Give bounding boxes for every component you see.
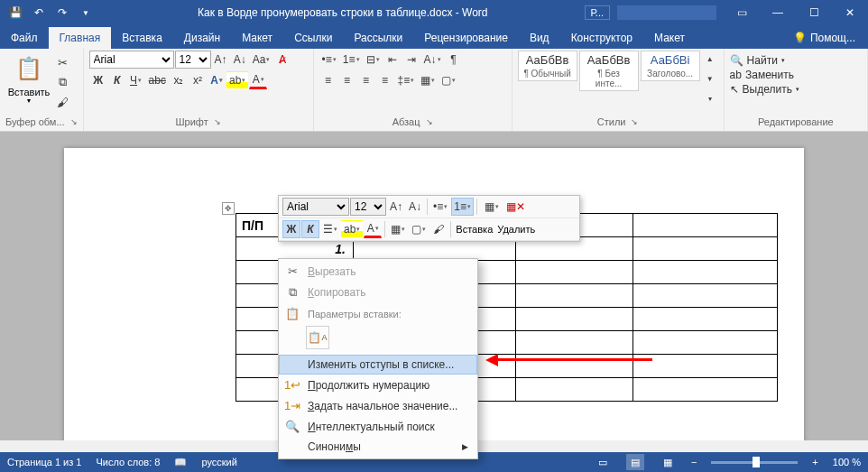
maximize-icon[interactable]: ☐ xyxy=(796,0,832,25)
table-cell[interactable] xyxy=(516,331,633,355)
font-name-select[interactable]: Arial xyxy=(89,51,174,69)
table-cell[interactable] xyxy=(633,355,778,378)
dialog-launcher-icon[interactable]: ↘ xyxy=(214,117,221,126)
text-effects-icon[interactable]: A xyxy=(208,71,226,89)
status-word-count[interactable]: Число слов: 8 xyxy=(96,457,160,467)
mini-underline-icon[interactable]: ☰ xyxy=(320,220,340,238)
table-move-handle-icon[interactable]: ✥ xyxy=(222,202,235,215)
status-page[interactable]: Страница 1 из 1 xyxy=(7,457,81,467)
table-cell[interactable] xyxy=(516,308,633,331)
change-case-icon[interactable]: Aa xyxy=(250,51,273,69)
align-right-icon[interactable]: ≡ xyxy=(357,71,375,89)
font-color-icon[interactable]: A xyxy=(249,71,267,89)
menu-smart-lookup[interactable]: 🔍Интеллектуальный поиск xyxy=(279,416,477,437)
tab-table-layout[interactable]: Макет xyxy=(643,27,696,49)
style-normal[interactable]: АаБбВв ¶ Обычный xyxy=(518,51,577,81)
mini-bold-button[interactable]: Ж xyxy=(282,220,300,238)
tab-references[interactable]: Ссылки xyxy=(283,27,343,49)
tab-table-design[interactable]: Конструктор xyxy=(560,27,643,49)
menu-synonyms[interactable]: Синонимы▶ xyxy=(279,437,477,457)
indent-icon[interactable]: ⇥ xyxy=(402,51,420,69)
table-cell[interactable] xyxy=(633,261,778,284)
zoom-in-button[interactable]: + xyxy=(812,457,817,467)
menu-continue-numbering[interactable]: 1↩Продолжить нумерацию xyxy=(279,375,477,395)
highlight-icon[interactable]: ab xyxy=(226,71,248,89)
shading-icon[interactable]: ▦ xyxy=(418,71,438,89)
table-cell[interactable] xyxy=(516,261,633,284)
tab-layout[interactable]: Макет xyxy=(231,27,283,49)
table-cell[interactable] xyxy=(633,214,778,237)
paste-button[interactable]: 📋 Вставить ▼ xyxy=(5,51,52,106)
style-no-spacing[interactable]: АаБбВв ¶ Без инте... xyxy=(579,51,639,91)
tab-mailings[interactable]: Рассылки xyxy=(343,27,413,49)
shrink-font-icon[interactable]: A↓ xyxy=(231,51,249,69)
table-cell[interactable] xyxy=(633,284,778,308)
format-painter-icon[interactable]: 🖌 xyxy=(54,94,70,110)
mini-delete-label[interactable]: Удалить xyxy=(495,224,537,235)
qat-customize-icon[interactable]: ▼ xyxy=(76,3,96,23)
mini-borders-icon[interactable]: ▢ xyxy=(409,220,429,238)
mini-font-select[interactable]: Arial xyxy=(282,198,349,216)
view-web-icon[interactable]: ▦ xyxy=(659,454,677,470)
bold-button[interactable]: Ж xyxy=(89,71,107,89)
user-button[interactable]: Р... xyxy=(585,5,610,20)
tab-review[interactable]: Рецензирование xyxy=(413,27,519,49)
undo-icon[interactable]: ↶ xyxy=(29,3,49,23)
tell-me-search[interactable]: 💡 Помощ... xyxy=(780,27,868,49)
menu-adjust-list-indents[interactable]: Изменить отступы в списке... xyxy=(279,355,477,375)
find-button[interactable]: 🔍Найти▾ xyxy=(730,54,862,67)
tab-insert[interactable]: Вставка xyxy=(111,27,173,49)
zoom-slider[interactable] xyxy=(711,461,798,464)
superscript-button[interactable]: x² xyxy=(189,71,207,89)
table-cell[interactable] xyxy=(633,378,778,402)
subscript-button[interactable]: x₂ xyxy=(170,71,188,89)
dialog-launcher-icon[interactable]: ↘ xyxy=(631,117,638,126)
dialog-launcher-icon[interactable]: ↘ xyxy=(70,117,78,126)
outdent-icon[interactable]: ⇤ xyxy=(383,51,402,69)
italic-button[interactable]: К xyxy=(108,71,126,89)
clear-format-icon[interactable]: A̷ xyxy=(273,51,291,69)
mini-bullets-icon[interactable]: •≡ xyxy=(430,198,450,216)
align-center-icon[interactable]: ≡ xyxy=(338,71,356,89)
dialog-launcher-icon[interactable]: ↘ xyxy=(426,117,433,126)
copy-icon[interactable]: ⧉ xyxy=(54,74,70,90)
table-cell[interactable] xyxy=(633,308,778,331)
style-heading1[interactable]: АаБбВі Заголово... xyxy=(641,51,700,81)
bullets-icon[interactable]: •≡ xyxy=(319,51,339,69)
mini-table-insert-icon[interactable]: ▦ xyxy=(480,198,503,216)
font-size-select[interactable]: 12 xyxy=(175,51,211,69)
save-icon[interactable]: 💾 xyxy=(5,3,25,23)
mini-size-select[interactable]: 12 xyxy=(350,198,386,216)
multilevel-icon[interactable]: ⊟ xyxy=(364,51,383,69)
minimize-icon[interactable]: — xyxy=(760,0,796,25)
strike-button[interactable]: abc xyxy=(146,71,169,89)
table-cell[interactable] xyxy=(516,378,633,402)
mini-grow-font-icon[interactable]: A↑ xyxy=(387,198,405,216)
mini-insert-label[interactable]: Вставка xyxy=(454,224,494,235)
mini-highlight-icon[interactable]: ab xyxy=(341,220,363,238)
styles-scroll-up-icon[interactable]: ▲ xyxy=(702,51,718,67)
tab-file[interactable]: Файл xyxy=(0,27,49,49)
table-cell[interactable] xyxy=(516,284,633,308)
ribbon-options-icon[interactable]: ▭ xyxy=(724,0,760,25)
mini-italic-button[interactable]: К xyxy=(301,220,319,238)
grow-font-icon[interactable]: A↑ xyxy=(212,51,230,69)
menu-set-numbering-value[interactable]: 1⇥Задать начальное значение... xyxy=(279,395,477,416)
close-icon[interactable]: ✕ xyxy=(832,0,868,25)
table-cell[interactable] xyxy=(633,237,778,261)
justify-icon[interactable]: ≡ xyxy=(376,71,394,89)
align-left-icon[interactable]: ≡ xyxy=(319,71,337,89)
select-button[interactable]: ↖Выделить▾ xyxy=(730,83,862,96)
styles-expand-icon[interactable]: ▾ xyxy=(702,90,718,106)
borders-icon[interactable]: ▢ xyxy=(439,71,458,89)
mini-table-delete-icon[interactable]: ▦✕ xyxy=(504,198,528,216)
line-spacing-icon[interactable]: ‡≡ xyxy=(395,71,418,89)
view-print-icon[interactable]: ▤ xyxy=(626,454,644,470)
tab-home[interactable]: Главная xyxy=(49,27,112,49)
tab-view[interactable]: Вид xyxy=(519,27,560,49)
paste-option-keep-text[interactable]: 📋A xyxy=(306,326,329,349)
redo-icon[interactable]: ↷ xyxy=(52,3,72,23)
underline-button[interactable]: Ч xyxy=(127,71,145,89)
styles-scroll-down-icon[interactable]: ▼ xyxy=(702,70,718,87)
zoom-level[interactable]: 100 % xyxy=(833,457,861,467)
